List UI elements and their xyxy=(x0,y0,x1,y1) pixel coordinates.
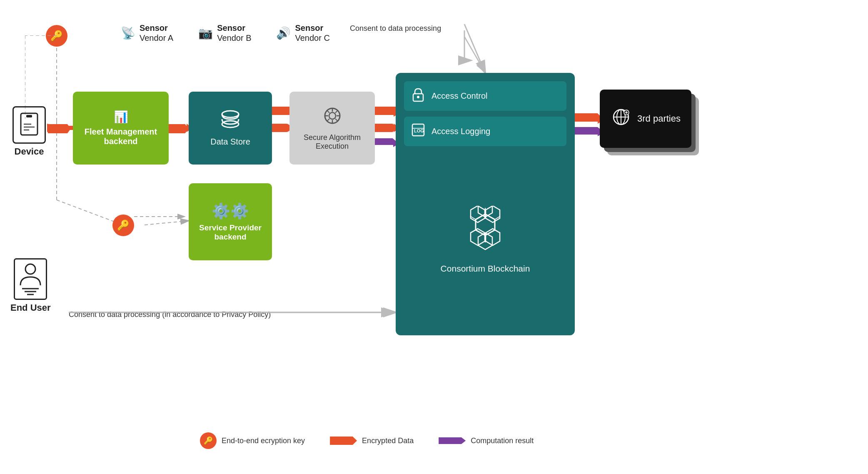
key-mid-icon: 🔑 xyxy=(112,215,134,236)
fleet-label: Fleet Management backend xyxy=(77,127,165,146)
legend-encrypted-label: Encrypted Data xyxy=(362,437,414,445)
legend-encrypted-item: Encrypted Data xyxy=(330,437,414,445)
enduser-box: End User xyxy=(10,258,51,313)
key-top: 🔑 xyxy=(46,25,67,47)
secure-icon xyxy=(322,105,343,130)
third-parties-container: 3rd parties xyxy=(600,90,696,152)
svg-line-66 xyxy=(495,230,500,233)
sensor-b-icon: 📷 xyxy=(198,26,213,40)
key-mid-arrow-svg xyxy=(134,208,190,225)
sensor-c-icon: 🔊 xyxy=(276,26,291,40)
legend: 🔑 End-to-end ecryption key Encrypted Dat… xyxy=(200,432,534,449)
third-parties-box: 3rd parties xyxy=(600,90,691,148)
svg-line-45 xyxy=(327,110,329,113)
legend-computation-item: Computation result xyxy=(439,437,534,445)
svg-point-37 xyxy=(222,111,239,117)
datastore-icon xyxy=(220,110,240,134)
arrow-secure-teal xyxy=(375,124,397,132)
svg-point-76 xyxy=(25,264,35,274)
legend-key-item: 🔑 End-to-end ecryption key xyxy=(200,432,305,449)
blockchain-icon xyxy=(462,206,508,259)
third-parties-label: 3rd parties xyxy=(637,113,681,124)
svg-text:LOG: LOG xyxy=(414,128,424,133)
key-mid-icon-container: 🔑 xyxy=(112,215,134,236)
device-label: Device xyxy=(12,146,46,157)
diagram: Consent to data processing 📡 SensorVendo… xyxy=(0,0,868,474)
enduser-icon xyxy=(14,258,47,300)
legend-computation-label: Computation result xyxy=(471,437,534,445)
arrow-ac-third xyxy=(575,113,602,122)
access-control-label: Access Control xyxy=(432,91,488,101)
blockchain-label: Consortium Blockchain xyxy=(441,264,530,274)
sensor-c-label: SensorVendor C xyxy=(295,23,329,43)
svg-marker-28 xyxy=(69,304,396,311)
sensor-vendor-a: 📡 SensorVendor A xyxy=(121,23,173,43)
access-logging-box: LOG Access Logging xyxy=(404,117,566,146)
legend-key-label: End-to-end ecryption key xyxy=(222,437,305,445)
key-top-icon: 🔑 xyxy=(46,25,67,47)
sensor-a-label: SensorVendor A xyxy=(140,23,173,43)
device-icon xyxy=(12,106,46,144)
sensor-vendor-b: 📷 SensorVendor B xyxy=(198,23,251,43)
secure-algorithm-box: Secure Algorithm Execution xyxy=(289,92,375,165)
arrow-device-fleet xyxy=(48,124,71,133)
legend-key-icon: 🔑 xyxy=(200,432,217,449)
sensor-a-icon: 📡 xyxy=(121,26,135,40)
enduser-label: End User xyxy=(10,302,51,313)
device-box: Device xyxy=(12,106,46,157)
secure-label: Secure Algorithm Execution xyxy=(294,133,371,151)
sensor-b-label: SensorVendor B xyxy=(217,23,251,43)
svg-line-48 xyxy=(327,119,329,121)
svg-line-47 xyxy=(335,110,338,113)
svg-line-27 xyxy=(464,37,485,72)
legend-encrypted-arrow xyxy=(330,437,357,445)
teal-panel: Access Control LOG Access Logging xyxy=(396,73,575,335)
arrow-datastore-secure xyxy=(272,124,290,132)
consent-top-text: Consent to data processing xyxy=(350,24,441,33)
svg-rect-33 xyxy=(26,115,32,117)
fleet-icon: 📊 xyxy=(114,110,128,124)
blockchain-section: Consortium Blockchain xyxy=(404,152,566,327)
sensor-vendor-c: 🔊 SensorVendor C xyxy=(276,23,329,43)
arrow-secure-teal-purple xyxy=(375,138,397,145)
access-logging-icon: LOG xyxy=(411,122,426,140)
sp-icon: ⚙️⚙️ xyxy=(212,202,249,220)
svg-line-4 xyxy=(464,24,485,73)
legend-computation-arrow xyxy=(439,437,466,444)
arrow-fleet-datastore xyxy=(169,124,189,133)
third-parties-icon xyxy=(611,107,631,131)
fleet-management-box: 📊 Fleet Management backend xyxy=(73,92,169,165)
datastore-box: Data Store xyxy=(189,92,272,165)
svg-point-40 xyxy=(329,112,336,119)
access-control-box: Access Control xyxy=(404,81,566,111)
svg-point-52 xyxy=(417,96,419,98)
svg-line-3 xyxy=(145,221,189,225)
datastore-label: Data Store xyxy=(210,137,250,147)
sp-backend-box: ⚙️⚙️ Service Provider backend xyxy=(189,183,272,260)
sp-label: Service Provider backend xyxy=(193,223,268,242)
sensor-row: 📡 SensorVendor A 📷 SensorVendor B 🔊 Sens… xyxy=(121,23,330,43)
arrow-purple-third xyxy=(575,127,602,134)
access-control-icon xyxy=(411,87,426,105)
consent-bottom-text: Consent to data processing (in accordanc… xyxy=(69,310,271,319)
access-logging-label: Access Logging xyxy=(432,127,490,136)
svg-line-65 xyxy=(470,230,476,233)
svg-line-46 xyxy=(335,119,338,121)
